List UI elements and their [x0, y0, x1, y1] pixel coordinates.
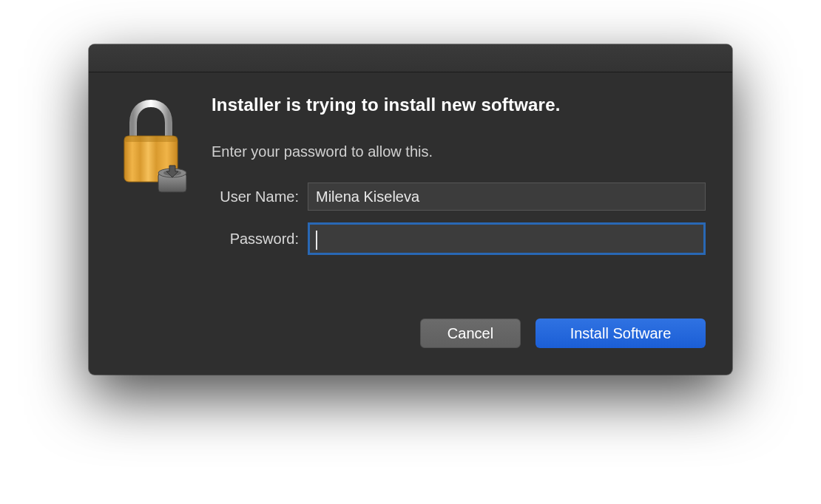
password-input[interactable]: [308, 222, 706, 255]
username-input[interactable]: [308, 183, 706, 211]
dialog-content: Installer is trying to install new softw…: [89, 72, 732, 289]
dialog-subtext: Enter your password to allow this.: [212, 143, 706, 160]
password-row: Password:: [212, 222, 706, 255]
svg-rect-1: [124, 136, 178, 142]
username-row: User Name:: [212, 183, 706, 211]
text-cursor: [316, 231, 317, 250]
dialog-text-area: Installer is trying to install new softw…: [212, 95, 706, 267]
titlebar: [89, 44, 732, 72]
lock-icon: [115, 95, 189, 267]
button-row: Cancel Install Software: [89, 289, 732, 375]
dialog-heading: Installer is trying to install new softw…: [212, 95, 706, 115]
install-software-button[interactable]: Install Software: [535, 319, 706, 348]
username-label: User Name:: [212, 188, 308, 205]
cancel-button[interactable]: Cancel: [420, 319, 521, 348]
auth-dialog: Installer is trying to install new softw…: [89, 44, 732, 375]
password-label: Password:: [212, 231, 308, 248]
